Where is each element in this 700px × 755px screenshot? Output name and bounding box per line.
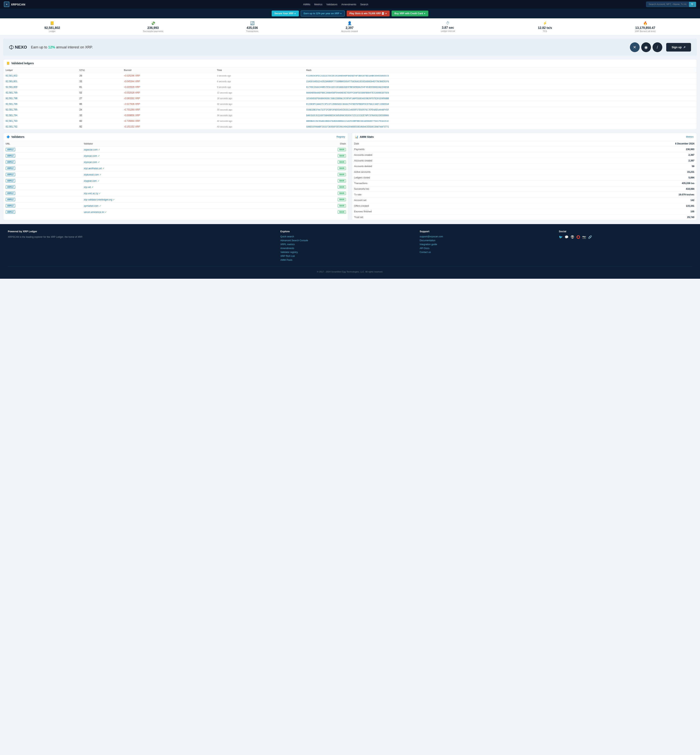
footer-explore-link[interactable]: XRP Rich List [280, 255, 414, 257]
other-icon[interactable]: 🔗 [588, 235, 592, 239]
footer-powered-title: Powered by XRP Ledger [8, 230, 275, 233]
amm-stats-card: 📊 AMM Stats Metrics Date6 December 2024 … [352, 133, 697, 220]
validator-row: XRPLF xrpscao.com ✓ MAIN [3, 153, 348, 159]
transactions-label: Transactions [246, 30, 258, 33]
search-button[interactable]: 🔍 [689, 2, 696, 7]
nav-search[interactable]: Search [360, 3, 368, 6]
footer-support-link[interactable]: Documentation [420, 239, 553, 242]
ledger-link[interactable]: 92,581,798 [6, 97, 17, 100]
amm-stat-value: 19.079 txs/sec [520, 192, 697, 198]
ledger-hash: 0AA04D9A4AEF88C2408458F9449AE4E7E6FFC6AF… [304, 90, 697, 96]
footer-copyright: © 2017 - 2024 Scrambled Egg Technologies… [8, 267, 692, 273]
ledger-link[interactable]: 92,581,794 [6, 114, 17, 117]
ledger-link[interactable]: 92,581,796 [6, 103, 17, 105]
footer-explore-link[interactable]: Amendments [280, 247, 414, 250]
amm-stat-label: Ledgers closed [352, 175, 520, 181]
footer-explore-link[interactable]: Validator registry [280, 251, 414, 254]
nav-amendments[interactable]: Amendments [341, 3, 356, 6]
footer-explore-link[interactable]: XRPL metrics [280, 243, 414, 246]
ledger-number: 92,581,795 [3, 107, 77, 112]
banner-buttons: Secure Your XRP ▼ Earn up to 12% per yea… [0, 9, 700, 18]
nexo-signup-button[interactable]: Sign up ↗ [666, 43, 691, 51]
col-hash: Hash [304, 67, 697, 73]
ledger-link[interactable]: 92,581,799 [6, 91, 17, 94]
validator-unl: XRPLF [3, 159, 81, 165]
ledgers-table: Ledger Σ(Tx) Burned Time Hash 92,581,802… [3, 67, 697, 129]
validator-name: xrp.unic.ac.cy ✓ [81, 190, 278, 197]
registry-link[interactable]: Registry [336, 136, 345, 138]
ledger-number: 92,581,794 [3, 112, 77, 118]
ledger-hash: 21A5D34ED2242D29A0DDF77160B00395A775836A… [304, 79, 697, 84]
amm-stat-row: Transactions 435,036 txs [352, 181, 697, 186]
validator-row: XRPLF xrp.vet ✓ MAIN [3, 184, 348, 190]
validator-row: XRPLF xrp-validator.interledger.org ✓ MA… [3, 197, 348, 203]
footer-support-link[interactable]: API Docs [420, 247, 553, 250]
footer-explore: Explore Quick searchAdvanced Search Cons… [280, 230, 414, 262]
amm-stat-label: Accounts deleted [352, 164, 520, 169]
validator-row: XRPLF xrpl.aesthetes.art ✓ MAIN [3, 165, 348, 172]
search-input[interactable] [646, 2, 689, 7]
footer-support: Support support@xrpscan.comDocumentation… [420, 230, 553, 262]
brand: ✦ XRPSCAN [4, 2, 25, 7]
accounts-value: 2,397 [341, 26, 358, 30]
interval-label: Ledger interval [441, 30, 455, 32]
ledger-link[interactable]: 92,581,801 [6, 80, 17, 83]
nav-validators[interactable]: Validators [327, 3, 338, 6]
ledgers-title: Validated ledgers [11, 62, 34, 65]
nav-links: AMMs Metrics Validators Amendments Searc… [29, 3, 642, 6]
ledger-link[interactable]: 92,581,793 [6, 120, 17, 122]
discord-icon[interactable]: 💬 [565, 235, 569, 239]
amm-stat-row: Accounts deleted 59 [352, 164, 697, 169]
twitter-icon[interactable]: 🐦 [559, 235, 563, 239]
buy-xrp-button[interactable]: Buy XRP with Credit Card ▼ [392, 11, 428, 16]
validator-name: xpmarket.com ✓ [81, 203, 278, 209]
validator-name: verum.eminence.im ✓ [81, 209, 278, 215]
validators-table: UNL Validator Chain XRPLF xspectar.com ✓… [3, 141, 348, 215]
amm-stat-label: Offers created [352, 203, 520, 209]
ledger-time: 3 seconds ago [215, 73, 304, 79]
ledger-burned: -0.020928 XRP [122, 84, 215, 90]
amm-stat-value: 105 [520, 209, 697, 215]
earn-xrp-button[interactable]: Earn up to 12% per year on XRP ▼ [301, 11, 345, 16]
payments-icon: 💸 [143, 21, 163, 25]
validator-name: xrp.vet ✓ [81, 184, 278, 190]
amm-header: 📊 AMM Stats Metrics [352, 133, 697, 141]
amm-stat-value: 5,894 [520, 175, 697, 181]
nexo-tagline: Earn up to 12% annual interest on XRP. [31, 45, 626, 49]
github-icon[interactable]: ⭕ [577, 235, 580, 239]
ledger-link[interactable]: 92,581,792 [6, 125, 17, 128]
amm-stat-value: 236,993 [520, 147, 697, 152]
stat-burned: 🔥 13,179,850.47 XRP Burned (all time) [635, 21, 656, 33]
nav-metrics[interactable]: Metrics [314, 3, 322, 6]
ledger-row: 92,581,793 60 -0.735664 XRP 42 seconds a… [3, 118, 697, 124]
ledger-tx-count: 33 [77, 79, 122, 84]
validator-chain: MAIN [278, 197, 348, 203]
amm-date-label: Date [352, 141, 520, 147]
ledger-link[interactable]: 92,581,795 [6, 108, 17, 111]
payments-label: Successful payments [143, 30, 163, 33]
footer-explore-link[interactable]: AMM Pools [280, 259, 414, 261]
footer-explore-link[interactable]: Advanced Search Console [280, 239, 414, 242]
amm-metrics-link[interactable]: Metrics [686, 136, 694, 138]
footer-explore-link[interactable]: Quick search [280, 235, 414, 238]
validator-name: xrpl.aesthetes.art ✓ [81, 165, 278, 172]
ledger-hash: D139E8FCAA427C3F11FC20065A5C464ACF478EFD… [304, 101, 697, 107]
play-slots-button[interactable]: Play Slots & win 70,000 XRP 🃏 ▼ [347, 11, 390, 16]
burned-icon: 🔥 [635, 21, 656, 25]
instagram-icon[interactable]: 📷 [582, 235, 586, 239]
secure-xrp-button[interactable]: Secure Your XRP ▼ [272, 11, 299, 16]
ledger-time: 9 seconds ago [215, 84, 304, 90]
validator-chain: MAIN [278, 178, 348, 184]
ledger-link[interactable]: 92,581,802 [6, 74, 17, 77]
footer-support-link[interactable]: Contact us [420, 251, 553, 254]
reddit-icon[interactable]: 👽 [570, 235, 574, 239]
footer-support-link[interactable]: Integration guide [420, 243, 553, 246]
burned-value: 13,179,850.47 [635, 26, 656, 30]
validators-icon: 🔷 [6, 135, 10, 138]
ledger-tx-count: 81 [77, 84, 122, 90]
validator-unl: XRPLF [3, 153, 81, 159]
validator-row: XRPLF xrp.unic.ac.cy ✓ MAIN [3, 190, 348, 197]
footer-support-link[interactable]: support@xrpscan.com [420, 235, 553, 238]
nav-amms[interactable]: AMMs [303, 3, 310, 6]
ledger-link[interactable]: 92,581,800 [6, 86, 17, 89]
